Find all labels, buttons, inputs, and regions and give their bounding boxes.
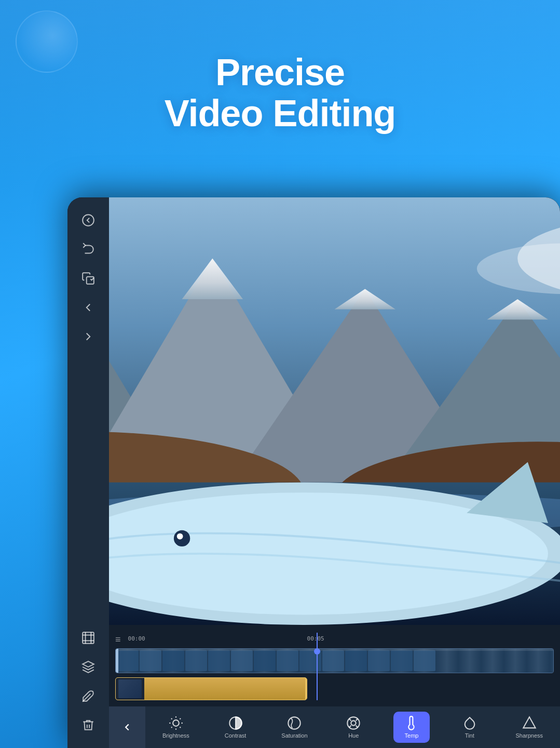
tool-items-container: Brightness Contrast Saturati bbox=[145, 707, 560, 747]
main-content: ≡ 00:00 00:05 bbox=[109, 197, 560, 748]
brightness-label: Brightness bbox=[162, 732, 189, 739]
timeline-area: ≡ 00:00 00:05 bbox=[109, 625, 560, 706]
brightness-tool[interactable]: Brightness bbox=[156, 712, 196, 743]
back-circle-button[interactable] bbox=[76, 208, 101, 233]
svg-line-41 bbox=[180, 718, 181, 719]
undo-button[interactable] bbox=[76, 237, 101, 262]
svg-marker-7 bbox=[83, 661, 94, 667]
tint-label: Tint bbox=[465, 732, 474, 739]
saturation-label: Saturation bbox=[281, 732, 307, 739]
paint-button[interactable] bbox=[76, 684, 101, 709]
hero-title-line1: Precise bbox=[215, 51, 345, 93]
sidebar bbox=[67, 197, 109, 748]
copy-check-button[interactable] bbox=[76, 266, 101, 291]
sharpness-tool[interactable]: Sharpness bbox=[510, 712, 550, 743]
tablet-device: ≡ 00:00 00:05 bbox=[67, 197, 560, 748]
hue-tool[interactable]: Hue bbox=[335, 712, 372, 743]
time-marker-start: 00:00 bbox=[128, 635, 145, 642]
temp-label: Temp bbox=[405, 732, 419, 739]
svg-line-8 bbox=[83, 694, 90, 702]
sharpness-label: Sharpness bbox=[516, 732, 543, 739]
video-preview bbox=[109, 197, 560, 625]
svg-point-33 bbox=[173, 720, 179, 726]
delete-button[interactable] bbox=[76, 713, 101, 738]
filter-button[interactable] bbox=[76, 654, 101, 679]
film-grid-button[interactable] bbox=[76, 625, 101, 650]
hue-label: Hue bbox=[348, 732, 359, 739]
svg-line-36 bbox=[171, 718, 172, 719]
playhead[interactable] bbox=[317, 633, 318, 700]
saturation-tool[interactable]: Saturation bbox=[275, 712, 313, 743]
back-button[interactable] bbox=[109, 706, 145, 748]
time-marker-end: 00:05 bbox=[307, 635, 324, 642]
bottom-toolbar: Brightness Contrast Saturati bbox=[109, 706, 560, 748]
svg-point-0 bbox=[83, 215, 94, 226]
tint-tool[interactable]: Tint bbox=[452, 712, 488, 743]
hero-title-line2: Video Editing bbox=[165, 92, 396, 134]
arrow-left-button[interactable] bbox=[76, 295, 101, 320]
contrast-tool[interactable]: Contrast bbox=[217, 712, 254, 743]
contrast-label: Contrast bbox=[225, 732, 247, 739]
svg-point-32 bbox=[177, 533, 183, 540]
svg-rect-2 bbox=[83, 632, 94, 644]
svg-line-40 bbox=[171, 727, 172, 728]
main-video-track[interactable] bbox=[115, 648, 554, 673]
svg-point-44 bbox=[351, 720, 356, 725]
hero-title: Precise Video Editing bbox=[0, 52, 560, 134]
svg-line-37 bbox=[180, 727, 181, 728]
tracks-container bbox=[109, 648, 560, 706]
temp-tool[interactable]: Temp bbox=[393, 712, 430, 743]
arrow-right-button[interactable] bbox=[76, 324, 101, 349]
adjustment-track bbox=[115, 677, 554, 700]
svg-rect-1 bbox=[87, 277, 94, 284]
